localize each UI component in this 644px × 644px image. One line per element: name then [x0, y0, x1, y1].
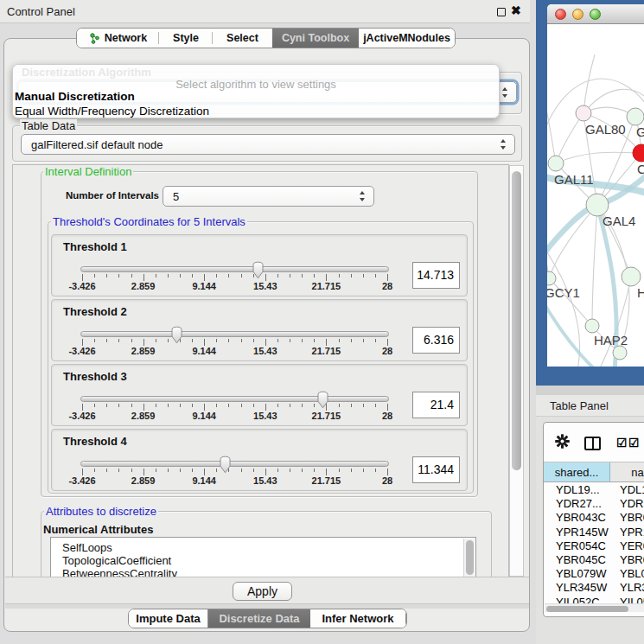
node-gal3[interactable]	[627, 108, 644, 125]
network-canvas[interactable]: GAL80GACGAL11GAL4HGCY1HAP2	[547, 24, 644, 367]
numerical-attributes-list[interactable]: SelfLoopsTopologicalCoefficientBetweenne…	[50, 537, 476, 577]
tick-label: 21.715	[312, 346, 341, 356]
table-row[interactable]: YER054CYER054C	[544, 539, 644, 553]
node-label-c: C	[637, 162, 644, 176]
node-label-gcy1: GCY1	[547, 285, 580, 300]
threshold-box-3: Threshold 3-3.4262.8599.14415.4321.71528…	[51, 364, 468, 426]
node-label-gal4: GAL4	[603, 214, 635, 228]
attributes-list-scrollbar[interactable]	[463, 539, 475, 577]
tab-network[interactable]: Network	[77, 29, 159, 48]
threshold-slider-track[interactable]	[80, 461, 389, 467]
table-row[interactable]: YPR145WYPR145W	[544, 526, 644, 539]
node-label-h: H	[637, 285, 644, 300]
tick-label: 15.43	[253, 346, 277, 356]
threshold-slider-thumb[interactable]	[218, 456, 233, 474]
node-red[interactable]	[633, 144, 644, 162]
table-row[interactable]: YIL052CYIL052C	[544, 596, 644, 604]
threshold-slider-thumb[interactable]	[251, 261, 265, 279]
group-attributes: Attributes to discretize Numerical Attri…	[41, 511, 492, 577]
apply-button[interactable]: Apply	[233, 582, 292, 601]
node-label-ga: GA	[636, 124, 644, 139]
node-label-hap2: HAP2	[594, 333, 628, 348]
threshold-slider-thumb[interactable]	[316, 391, 330, 409]
threshold-slider-thumb[interactable]	[169, 326, 184, 344]
group-thresholds: Threshold's Coordinates for 5 Intervals …	[48, 221, 474, 494]
threshold-value-field[interactable]: 14.713	[412, 262, 460, 289]
tick-label: -3.426	[68, 281, 95, 291]
node-gcy1[interactable]	[547, 271, 556, 285]
apply-strip: Apply	[5, 577, 529, 603]
table-row[interactable]: YLR345WYLR345W	[544, 581, 644, 595]
checkbox-icon[interactable]: ☑	[616, 436, 628, 450]
popup-item-manual[interactable]: Manual Discretization	[15, 90, 135, 103]
attribute-item[interactable]: SelfLoops	[51, 541, 475, 554]
panel-vertical-scrollbar[interactable]	[509, 165, 524, 577]
node-gal11[interactable]	[548, 156, 564, 171]
threshold-slider-track[interactable]	[80, 266, 389, 272]
tab-infer-network[interactable]: Infer Network	[310, 609, 406, 628]
popup-item-equal-width[interactable]: Equal Width/Frequency Discretization	[15, 105, 209, 118]
minimize-traffic-light-icon[interactable]	[572, 9, 583, 20]
tick-label: 28	[382, 281, 392, 291]
node-hap2[interactable]	[585, 319, 599, 333]
attribute-item[interactable]: TopologicalCoefficient	[51, 554, 475, 567]
table-data-combo-value: galFiltered.sif default node	[31, 138, 163, 151]
threshold-slider-track[interactable]	[80, 396, 389, 402]
tick-label: 28	[382, 346, 392, 356]
table-row[interactable]: YDR27...YDR27...	[544, 497, 644, 511]
threshold-value-field[interactable]: 6.316	[412, 327, 460, 354]
table-row[interactable]: YBR045CYBR045C	[544, 553, 644, 567]
node-gal80[interactable]	[576, 105, 591, 121]
panel-divider	[536, 386, 644, 395]
tick-label: 15.43	[253, 475, 277, 486]
tick-label: 9.144	[192, 475, 216, 486]
threshold-value-field[interactable]: 11.344	[412, 456, 460, 483]
table-row[interactable]: YBL079WYBL079W	[544, 567, 644, 581]
table-row[interactable]: YDL19...YDL19...	[544, 483, 644, 497]
threshold-slider-track[interactable]	[80, 331, 389, 337]
control-panel-tabs: NetworkStyleSelectCyni ToolboxjActiveMNo…	[76, 28, 456, 48]
tab-discretize-data[interactable]: Discretize Data	[208, 609, 310, 628]
column-header-name[interactable]: name	[610, 462, 644, 481]
tick-label: 15.43	[253, 411, 277, 421]
settings-scroll-area: Interval Definition Number of Intervals …	[12, 164, 509, 577]
close-traffic-light-icon[interactable]	[555, 9, 566, 20]
tick-label: 28	[382, 475, 392, 486]
network-edge[interactable]	[547, 89, 556, 163]
tick-label: 2.859	[131, 281, 156, 291]
threshold-box-1: Threshold 1-3.4262.8599.14415.4321.71528…	[51, 234, 468, 296]
close-icon[interactable]: ✖	[511, 3, 521, 17]
threshold-value-field[interactable]: 21.4	[412, 392, 460, 418]
network-edge[interactable]	[583, 54, 595, 113]
node-table: ☑ ☑ shared... name YDL19...YDL19...YDR27…	[543, 422, 644, 617]
tick-label: 28	[382, 411, 392, 421]
number-of-intervals-spinner[interactable]: 5	[163, 186, 374, 207]
tick-label: 2.859	[131, 411, 156, 421]
tab-impute-data[interactable]: Impute Data	[129, 609, 208, 628]
tick-label: 15.43	[253, 281, 277, 291]
table-data-combo[interactable]: galFiltered.sif default node	[21, 134, 515, 155]
zoom-traffic-light-icon[interactable]	[590, 9, 601, 20]
number-of-intervals-value: 5	[173, 190, 179, 203]
node-bottom[interactable]	[613, 346, 627, 360]
numerical-attributes-label: Numerical Attributes	[43, 523, 153, 536]
network-edge[interactable]	[556, 152, 641, 163]
node-h[interactable]	[622, 267, 641, 286]
gear-icon[interactable]	[555, 434, 570, 449]
table-row[interactable]: YBR043CYBR043C	[544, 511, 644, 525]
network-edge[interactable]	[592, 205, 597, 326]
column-header-shared-name[interactable]: shared...	[544, 462, 610, 481]
checkbox-icon[interactable]: ☑	[628, 436, 640, 450]
tick-label: 2.859	[131, 346, 156, 356]
tab-cyni-toolbox[interactable]: Cyni Toolbox	[272, 29, 359, 48]
tab-jactivemnodules[interactable]: jActiveMNodules	[359, 29, 455, 48]
control-panel-titlebar: Control Panel	[0, 0, 530, 23]
tab-select[interactable]: Select	[213, 29, 272, 48]
tab-style[interactable]: Style	[159, 29, 213, 48]
columns-icon[interactable]	[584, 437, 601, 450]
table-horizontal-scrollbar[interactable]	[545, 603, 644, 612]
threshold-label: Threshold 4	[63, 435, 127, 448]
tick-label: 9.144	[192, 346, 216, 356]
float-icon[interactable]	[497, 8, 506, 16]
panel-scrollbar-thumb[interactable]	[512, 171, 521, 470]
